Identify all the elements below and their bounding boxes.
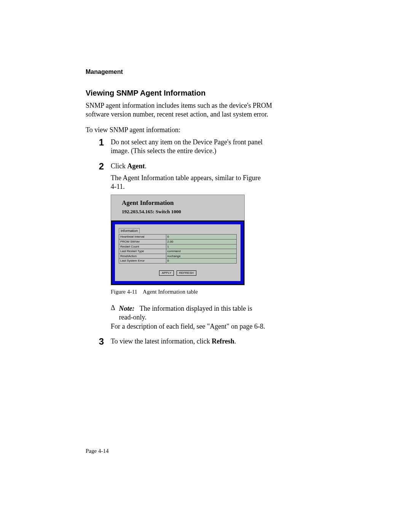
- step-2-line2: The Agent Information table appears, sim…: [111, 174, 267, 192]
- step-3-suffix: .: [234, 337, 236, 345]
- table-cell-value: 2.00: [166, 240, 236, 244]
- step-2-prefix: Click: [111, 162, 127, 170]
- table-cell-value: 1: [166, 244, 236, 249]
- agent-info-figure: Agent Information 192.203.54.165: Switch…: [111, 195, 245, 286]
- intro-paragraph: SNMP agent information includes items su…: [86, 101, 276, 119]
- table-cell-label: PROM SWVer: [119, 240, 166, 244]
- step-number: 3: [97, 337, 104, 346]
- table-cell-label: Restart Count: [119, 244, 166, 249]
- figure-caption-text: Agent Information table: [143, 289, 198, 295]
- info-tab-label: Information: [119, 228, 140, 234]
- table-cell-value: 0: [166, 259, 236, 264]
- step-number: 1: [97, 138, 104, 147]
- section-title: Viewing SNMP Agent Information: [86, 89, 342, 97]
- step-3-prefix: To view the latest information, click: [111, 337, 212, 345]
- step-2-line1: Click Agent.: [111, 162, 267, 171]
- table-row: Last Restart Typecommand: [119, 249, 237, 254]
- table-row: Last System Error0: [119, 259, 237, 264]
- table-row: ResetActionnochange: [119, 254, 237, 259]
- step-1: 1 Do not select any item on the Device P…: [97, 138, 342, 159]
- table-cell-value: command: [166, 249, 236, 254]
- step-3-text: To view the latest information, click Re…: [111, 337, 267, 346]
- note-label: Note:: [119, 305, 135, 312]
- step-2: 2 Click Agent. The Agent Information tab…: [97, 162, 342, 334]
- refresh-label: Refresh: [212, 337, 234, 345]
- figure-subtitle: 192.203.54.165: Switch 1000: [122, 209, 234, 215]
- table-cell-value: nochange: [166, 254, 236, 259]
- table-row: Heartbeat Interval0: [119, 235, 237, 240]
- refresh-button[interactable]: REFRESH: [177, 270, 196, 276]
- table-cell-label: Last Restart Type: [119, 249, 166, 254]
- reference-line: For a description of each field, see "Ag…: [111, 322, 267, 331]
- note-text: The information displayed in this table …: [119, 305, 252, 321]
- page-number: Page 4-14: [86, 448, 342, 454]
- table-row: Restart Count1: [119, 244, 237, 249]
- table-cell-value: 0: [166, 235, 236, 240]
- table-cell-label: ResetAction: [119, 254, 166, 259]
- step-1-text: Do not select any item on the Device Pag…: [111, 138, 267, 156]
- apply-button[interactable]: APPLY: [159, 270, 174, 276]
- agent-info-table: Heartbeat Interval0PROM SWVer2.00Restart…: [119, 234, 237, 264]
- step-2-suffix: .: [145, 162, 147, 170]
- step-3: 3 To view the latest information, click …: [97, 337, 342, 349]
- table-row: PROM SWVer2.00: [119, 240, 237, 244]
- agent-label: Agent: [127, 162, 145, 170]
- figure-caption: Figure 4-11 Agent Information table: [111, 288, 267, 296]
- step-number: 2: [97, 162, 104, 171]
- figure-caption-label: Figure 4-11: [111, 289, 137, 295]
- chapter-label: Management: [86, 69, 342, 75]
- note-block: Δ Note: The information displayed in thi…: [111, 304, 267, 322]
- note-icon: Δ: [111, 304, 115, 322]
- figure-panel: Information Heartbeat Interval0PROM SWVe…: [111, 220, 244, 285]
- table-cell-label: Last System Error: [119, 259, 166, 264]
- figure-title: Agent Information: [122, 199, 234, 207]
- lead-line: To view SNMP agent information:: [86, 126, 342, 134]
- table-cell-label: Heartbeat Interval: [119, 235, 166, 240]
